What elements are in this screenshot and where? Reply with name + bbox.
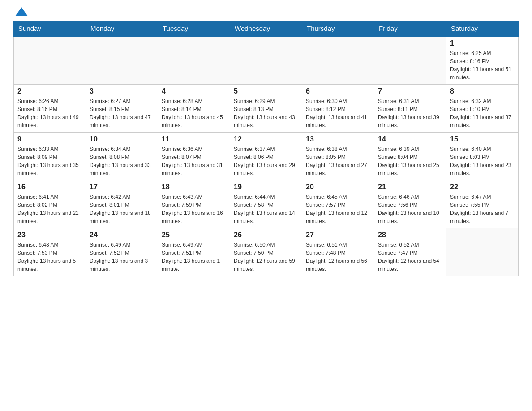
day-info: Sunrise: 6:42 AM Sunset: 8:01 PM Dayligh…: [90, 193, 154, 225]
calendar-cell: 10Sunrise: 6:34 AM Sunset: 8:08 PM Dayli…: [86, 133, 158, 180]
day-number: 11: [162, 135, 226, 143]
calendar-cell: [446, 228, 519, 276]
day-info: Sunrise: 6:25 AM Sunset: 8:16 PM Dayligh…: [450, 49, 515, 81]
day-info: Sunrise: 6:27 AM Sunset: 8:15 PM Dayligh…: [90, 97, 154, 129]
day-number: 27: [306, 231, 370, 239]
day-number: 9: [17, 135, 82, 143]
day-number: 2: [17, 87, 82, 95]
day-number: 19: [234, 183, 298, 191]
calendar-cell: 27Sunrise: 6:51 AM Sunset: 7:48 PM Dayli…: [302, 228, 374, 276]
day-number: 12: [234, 135, 298, 143]
calendar-cell: 8Sunrise: 6:32 AM Sunset: 8:10 PM Daylig…: [446, 85, 519, 133]
day-info: Sunrise: 6:30 AM Sunset: 8:12 PM Dayligh…: [306, 97, 370, 129]
calendar-week-4: 16Sunrise: 6:41 AM Sunset: 8:02 PM Dayli…: [14, 180, 519, 228]
weekday-header-wednesday: Wednesday: [230, 21, 302, 37]
day-info: Sunrise: 6:28 AM Sunset: 8:14 PM Dayligh…: [162, 97, 226, 129]
calendar-cell: 2Sunrise: 6:26 AM Sunset: 8:16 PM Daylig…: [14, 85, 86, 133]
day-number: 21: [378, 183, 442, 191]
day-number: 20: [306, 183, 370, 191]
day-info: Sunrise: 6:36 AM Sunset: 8:07 PM Dayligh…: [162, 145, 226, 177]
day-info: Sunrise: 6:34 AM Sunset: 8:08 PM Dayligh…: [90, 145, 154, 177]
calendar-cell: [302, 36, 374, 85]
day-number: 7: [378, 87, 442, 95]
day-number: 13: [306, 135, 370, 143]
calendar-cell: [158, 36, 230, 85]
day-info: Sunrise: 6:31 AM Sunset: 8:11 PM Dayligh…: [378, 97, 442, 129]
day-info: Sunrise: 6:46 AM Sunset: 7:56 PM Dayligh…: [378, 193, 442, 225]
day-number: 28: [378, 231, 442, 239]
calendar-table: SundayMondayTuesdayWednesdayThursdayFrid…: [13, 21, 519, 276]
day-info: Sunrise: 6:29 AM Sunset: 8:13 PM Dayligh…: [234, 97, 298, 129]
day-number: 8: [450, 87, 515, 95]
day-number: 17: [90, 183, 154, 191]
calendar-cell: 21Sunrise: 6:46 AM Sunset: 7:56 PM Dayli…: [374, 180, 446, 228]
day-info: Sunrise: 6:37 AM Sunset: 8:06 PM Dayligh…: [234, 145, 298, 177]
day-info: Sunrise: 6:48 AM Sunset: 7:53 PM Dayligh…: [17, 241, 82, 273]
calendar-cell: 17Sunrise: 6:42 AM Sunset: 8:01 PM Dayli…: [86, 180, 158, 228]
weekday-header-saturday: Saturday: [446, 21, 519, 37]
day-info: Sunrise: 6:51 AM Sunset: 7:48 PM Dayligh…: [306, 241, 370, 273]
day-number: 5: [234, 87, 298, 95]
calendar-cell: 19Sunrise: 6:44 AM Sunset: 7:58 PM Dayli…: [230, 180, 302, 228]
day-number: 15: [450, 135, 515, 143]
calendar-cell: 24Sunrise: 6:49 AM Sunset: 7:52 PM Dayli…: [86, 228, 158, 276]
day-info: Sunrise: 6:52 AM Sunset: 7:47 PM Dayligh…: [378, 241, 442, 273]
day-info: Sunrise: 6:33 AM Sunset: 8:09 PM Dayligh…: [17, 145, 82, 177]
day-number: 6: [306, 87, 370, 95]
day-info: Sunrise: 6:38 AM Sunset: 8:05 PM Dayligh…: [306, 145, 370, 177]
calendar-cell: 1Sunrise: 6:25 AM Sunset: 8:16 PM Daylig…: [446, 36, 519, 85]
calendar-cell: 4Sunrise: 6:28 AM Sunset: 8:14 PM Daylig…: [158, 85, 230, 133]
calendar-week-3: 9Sunrise: 6:33 AM Sunset: 8:09 PM Daylig…: [14, 133, 519, 180]
day-number: 1: [450, 39, 515, 47]
day-info: Sunrise: 6:26 AM Sunset: 8:16 PM Dayligh…: [17, 97, 82, 129]
day-info: Sunrise: 6:44 AM Sunset: 7:58 PM Dayligh…: [234, 193, 298, 225]
day-info: Sunrise: 6:39 AM Sunset: 8:04 PM Dayligh…: [378, 145, 442, 177]
day-info: Sunrise: 6:40 AM Sunset: 8:03 PM Dayligh…: [450, 145, 515, 177]
weekday-header-monday: Monday: [86, 21, 158, 37]
weekday-header-tuesday: Tuesday: [158, 21, 230, 37]
day-info: Sunrise: 6:41 AM Sunset: 8:02 PM Dayligh…: [17, 193, 82, 225]
calendar-cell: [14, 36, 86, 85]
day-info: Sunrise: 6:45 AM Sunset: 7:57 PM Dayligh…: [306, 193, 370, 225]
day-info: Sunrise: 6:43 AM Sunset: 7:59 PM Dayligh…: [162, 193, 226, 225]
weekday-header-row: SundayMondayTuesdayWednesdayThursdayFrid…: [14, 21, 519, 37]
calendar-cell: 28Sunrise: 6:52 AM Sunset: 7:47 PM Dayli…: [374, 228, 446, 276]
calendar-cell: 15Sunrise: 6:40 AM Sunset: 8:03 PM Dayli…: [446, 133, 519, 180]
calendar-cell: 11Sunrise: 6:36 AM Sunset: 8:07 PM Dayli…: [158, 133, 230, 180]
calendar-cell: 25Sunrise: 6:49 AM Sunset: 7:51 PM Dayli…: [158, 228, 230, 276]
day-number: 25: [162, 231, 226, 239]
calendar-cell: [374, 36, 446, 85]
calendar-cell: 20Sunrise: 6:45 AM Sunset: 7:57 PM Dayli…: [302, 180, 374, 228]
logo-triangle-icon: [15, 7, 28, 16]
day-number: 4: [162, 87, 226, 95]
calendar-week-1: 1Sunrise: 6:25 AM Sunset: 8:16 PM Daylig…: [14, 36, 519, 85]
calendar-cell: [230, 36, 302, 85]
day-number: 23: [17, 231, 82, 239]
calendar-cell: 12Sunrise: 6:37 AM Sunset: 8:06 PM Dayli…: [230, 133, 302, 180]
calendar-cell: 18Sunrise: 6:43 AM Sunset: 7:59 PM Dayli…: [158, 180, 230, 228]
weekday-header-friday: Friday: [374, 21, 446, 37]
day-number: 22: [450, 183, 515, 191]
header: [13, 9, 519, 16]
calendar-cell: 6Sunrise: 6:30 AM Sunset: 8:12 PM Daylig…: [302, 85, 374, 133]
day-info: Sunrise: 6:49 AM Sunset: 7:52 PM Dayligh…: [90, 241, 154, 273]
calendar-week-2: 2Sunrise: 6:26 AM Sunset: 8:16 PM Daylig…: [14, 85, 519, 133]
calendar-cell: 13Sunrise: 6:38 AM Sunset: 8:05 PM Dayli…: [302, 133, 374, 180]
day-number: 14: [378, 135, 442, 143]
calendar-cell: 23Sunrise: 6:48 AM Sunset: 7:53 PM Dayli…: [14, 228, 86, 276]
calendar-cell: 7Sunrise: 6:31 AM Sunset: 8:11 PM Daylig…: [374, 85, 446, 133]
calendar-cell: 22Sunrise: 6:47 AM Sunset: 7:55 PM Dayli…: [446, 180, 519, 228]
calendar-cell: 3Sunrise: 6:27 AM Sunset: 8:15 PM Daylig…: [86, 85, 158, 133]
day-info: Sunrise: 6:49 AM Sunset: 7:51 PM Dayligh…: [162, 241, 226, 273]
weekday-header-thursday: Thursday: [302, 21, 374, 37]
calendar-cell: 16Sunrise: 6:41 AM Sunset: 8:02 PM Dayli…: [14, 180, 86, 228]
calendar-cell: [86, 36, 158, 85]
day-number: 26: [234, 231, 298, 239]
day-number: 18: [162, 183, 226, 191]
calendar-cell: 14Sunrise: 6:39 AM Sunset: 8:04 PM Dayli…: [374, 133, 446, 180]
calendar-cell: 5Sunrise: 6:29 AM Sunset: 8:13 PM Daylig…: [230, 85, 302, 133]
calendar-week-5: 23Sunrise: 6:48 AM Sunset: 7:53 PM Dayli…: [14, 228, 519, 276]
day-number: 3: [90, 87, 154, 95]
day-number: 10: [90, 135, 154, 143]
day-info: Sunrise: 6:50 AM Sunset: 7:50 PM Dayligh…: [234, 241, 298, 273]
